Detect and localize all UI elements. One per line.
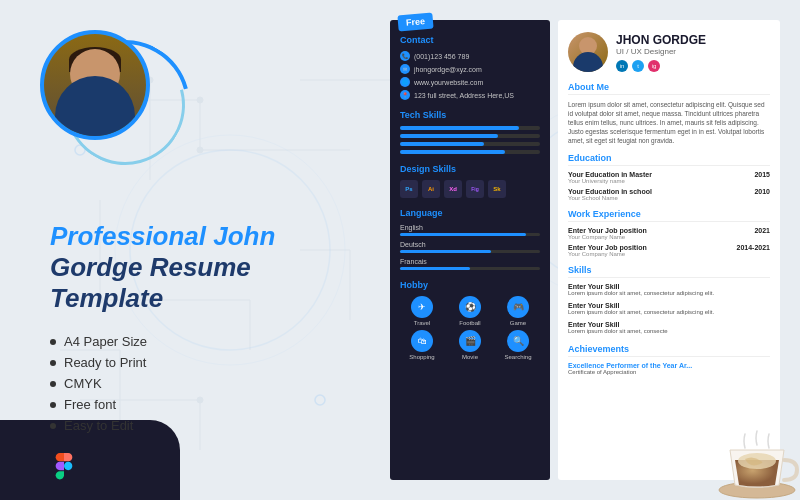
work-position: Enter Your Job position <box>568 227 647 234</box>
design-icons-container: Ps Ai Xd Fig Sk <box>400 180 540 198</box>
about-me-text: Lorem ipsum dolor sit amet, consectetur … <box>568 100 770 145</box>
address-icon: 📍 <box>400 90 410 100</box>
main-container: Professional John Gordge Resume Template… <box>0 0 800 500</box>
hobby-searching: 🔍 Searching <box>496 330 540 360</box>
bullet <box>50 339 56 345</box>
work-experience-heading: Work Experience <box>568 209 770 222</box>
bullet <box>50 402 56 408</box>
design-icon-sk: Sk <box>488 180 506 198</box>
skill-desc: Lorem ipsum dolor sit amet, consecte <box>568 328 770 336</box>
work-item-2: Enter Your Job position Your Company Nam… <box>568 244 770 257</box>
skill-desc: Lorem ipsum dolor sit amet, consectetur … <box>568 309 770 317</box>
title-section: Professional John Gordge Resume Template… <box>50 221 350 440</box>
email-icon: ✉ <box>400 64 410 74</box>
email-text: jhongordge@xyz.com <box>414 66 482 73</box>
movie-icon: 🎬 <box>459 330 481 352</box>
skill-entry-1: Enter Your Skill Lorem ipsum dolor sit a… <box>568 283 770 298</box>
edu-degree: Your Education in school <box>568 188 652 195</box>
football-icon: ⚽ <box>459 296 481 318</box>
tech-skills-title: Tech Skills <box>400 110 540 120</box>
lang-name: Francais <box>400 258 540 265</box>
skill-entry-3: Enter Your Skill Lorem ipsum dolor sit a… <box>568 321 770 336</box>
work-position: Enter Your Job position <box>568 244 647 251</box>
bullet <box>50 360 56 366</box>
left-section: Professional John Gordge Resume Template… <box>0 0 380 500</box>
skill-name: Enter Your Skill <box>568 302 770 309</box>
search-hobby-icon: 🔍 <box>507 330 529 352</box>
education-item-2: Your Education in school Your School Nam… <box>568 188 770 201</box>
profile-avatar <box>568 32 608 72</box>
feature-item: Free font <box>50 397 350 412</box>
edu-degree: Your Education in Master <box>568 171 652 178</box>
title-highlight: Professional John <box>50 221 275 251</box>
website-text: www.yourwebsite.com <box>414 79 483 86</box>
phone-icon: 📞 <box>400 51 410 61</box>
profile-name: JHON GORDGE <box>616 33 706 47</box>
game-icon: 🎮 <box>507 296 529 318</box>
work-year: 2014-2021 <box>737 244 770 257</box>
contact-section-title: Contact <box>400 35 540 45</box>
language-francais: Francais <box>400 258 540 270</box>
resume-title: Professional John Gordge Resume Template <box>50 221 350 315</box>
edu-left: Your Education in school Your School Nam… <box>568 188 652 201</box>
lang-bar <box>400 233 540 236</box>
feature-label: Free font <box>64 397 116 412</box>
skill-desc: Lorem ipsum dolor sit amet, consectetur … <box>568 290 770 298</box>
address-text: 123 full street, Address Here,US <box>414 92 514 99</box>
design-icon-ps: Ps <box>400 180 418 198</box>
hobby-movie: 🎬 Movie <box>448 330 492 360</box>
feature-label: CMYK <box>64 376 102 391</box>
hobby-label: Travel <box>414 320 430 326</box>
contact-phone: 📞 (001)123 456 789 <box>400 51 540 61</box>
hobby-label: Football <box>459 320 480 326</box>
features-list: A4 Paper Size Ready to Print CMYK Free f… <box>50 334 350 433</box>
skills-heading: Skills <box>568 265 770 278</box>
education-item-1: Your Education in Master Your University… <box>568 171 770 184</box>
lang-name: Deutsch <box>400 241 540 248</box>
avatar <box>40 30 150 140</box>
work-company: Your Company Name <box>568 234 647 240</box>
lang-bar <box>400 250 540 253</box>
edu-school: Your University name <box>568 178 652 184</box>
skill-entry-2: Enter Your Skill Lorem ipsum dolor sit a… <box>568 302 770 317</box>
feature-item: CMYK <box>50 376 350 391</box>
hobby-title: Hobby <box>400 280 540 290</box>
hobby-shopping: 🛍 Shopping <box>400 330 444 360</box>
resume-white-panel: JHON GORDGE UI / UX Designer in t ig Abo… <box>558 20 780 480</box>
twitter-icon: t <box>632 60 644 72</box>
skill-bar <box>400 126 540 130</box>
hobby-label: Shopping <box>409 354 434 360</box>
skill-bar <box>400 150 540 154</box>
hobby-travel: ✈ Travel <box>400 296 444 326</box>
hobby-label: Movie <box>462 354 478 360</box>
language-deutsch: Deutsch <box>400 241 540 253</box>
work-item-1: Enter Your Job position Your Company Nam… <box>568 227 770 240</box>
language-title: Language <box>400 208 540 218</box>
design-icon-ai: Ai <box>422 180 440 198</box>
tech-skill-3 <box>400 142 540 146</box>
work-left: Enter Your Job position Your Company Nam… <box>568 227 647 240</box>
hobby-football: ⚽ Football <box>448 296 492 326</box>
edu-year: 2015 <box>754 171 770 184</box>
lang-name: English <box>400 224 540 231</box>
figma-icon <box>50 452 78 480</box>
profile-header: JHON GORDGE UI / UX Designer in t ig <box>568 32 770 72</box>
lang-bar <box>400 267 540 270</box>
design-icon-xd: Xd <box>444 180 462 198</box>
skill-name: Enter Your Skill <box>568 283 770 290</box>
resume-dark-panel: Contact 📞 (001)123 456 789 ✉ jhongordge@… <box>390 20 550 480</box>
about-me-heading: About Me <box>568 82 770 95</box>
achievement-title: Excellence Performer of the Year Ar... <box>568 362 770 369</box>
edu-left: Your Education in Master Your University… <box>568 171 652 184</box>
coffee-cup-decoration <box>715 415 795 495</box>
social-icons: in t ig <box>616 60 706 72</box>
contact-website: 🌐 www.yourwebsite.com <box>400 77 540 87</box>
title-line2: Gordge Resume <box>50 252 251 282</box>
bullet <box>50 423 56 429</box>
work-left: Enter Your Job position Your Company Nam… <box>568 244 647 257</box>
free-badge: Free <box>397 13 433 32</box>
profile-role: UI / UX Designer <box>616 47 706 56</box>
achievements-heading: Achievements <box>568 344 770 357</box>
design-icon-fig: Fig <box>466 180 484 198</box>
instagram-icon: ig <box>648 60 660 72</box>
